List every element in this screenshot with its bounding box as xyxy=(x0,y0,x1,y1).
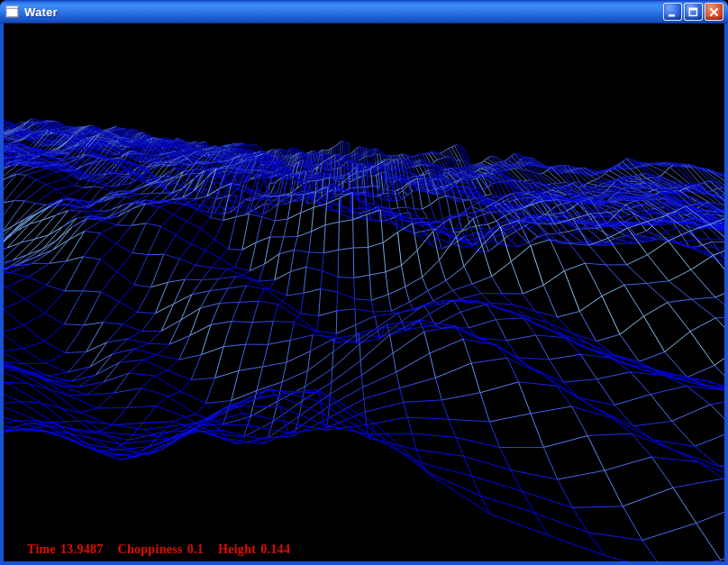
title-bar[interactable]: Water xyxy=(0,0,728,23)
application-icon xyxy=(5,5,20,19)
water-window: Water Time13.9487 Cho xyxy=(0,0,728,565)
window-title: Water xyxy=(24,5,663,19)
maximize-icon xyxy=(688,7,698,17)
client-area: Time13.9487 Choppiness0.1 Height0.144 xyxy=(4,23,724,561)
maximize-button[interactable] xyxy=(684,3,703,21)
close-button[interactable] xyxy=(705,3,723,21)
water-viewport[interactable] xyxy=(4,23,724,561)
minimize-icon xyxy=(668,7,678,17)
minimize-button[interactable] xyxy=(663,3,682,21)
close-icon xyxy=(709,7,719,17)
window-controls xyxy=(663,3,723,21)
